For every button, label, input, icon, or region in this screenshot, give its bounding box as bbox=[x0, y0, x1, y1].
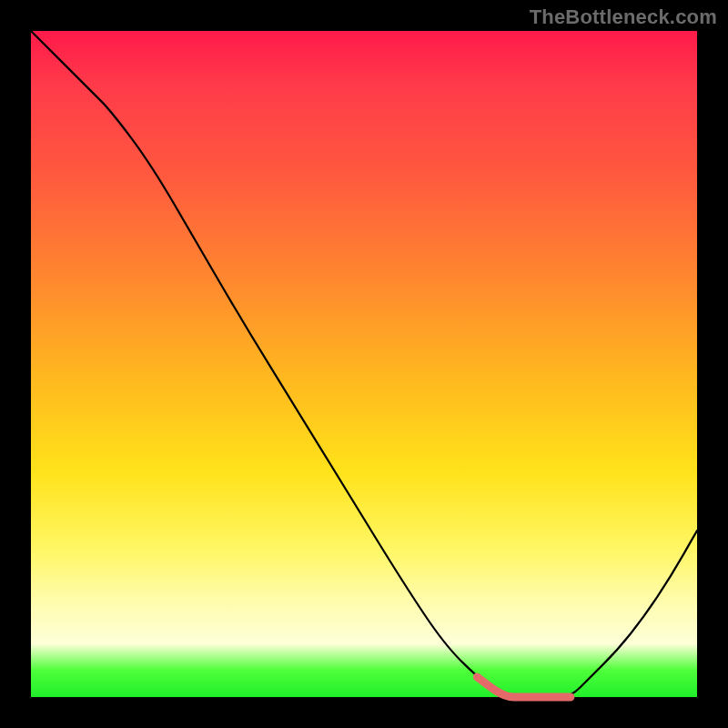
highlight-segment bbox=[477, 677, 571, 697]
bottleneck-curve bbox=[31, 31, 697, 697]
plot-area bbox=[31, 31, 697, 697]
watermark-text: TheBottleneck.com bbox=[530, 5, 717, 29]
chart-frame: TheBottleneck.com bbox=[0, 0, 728, 728]
curve-layer bbox=[31, 31, 697, 697]
